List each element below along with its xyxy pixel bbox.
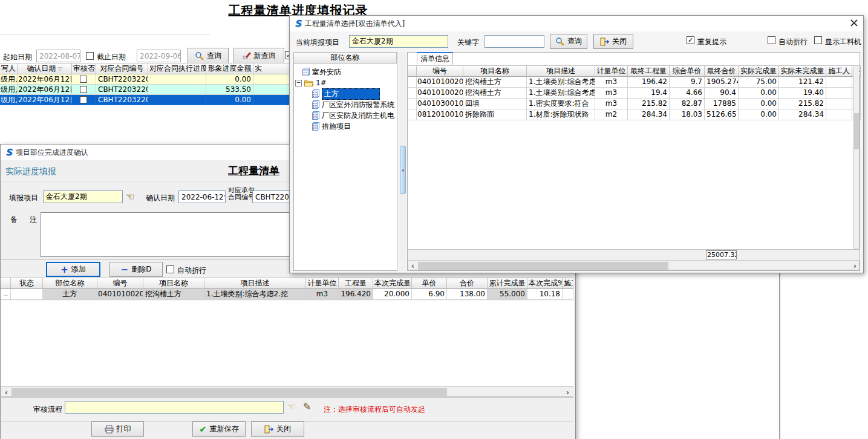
expander-minus-icon[interactable]: − (295, 80, 302, 86)
cell-pct[interactable]: 10.18 (527, 289, 563, 300)
scroll-left-button[interactable]: ‹ (409, 261, 417, 270)
splitter[interactable]: ‹ (399, 52, 406, 271)
list-table-row[interactable]: 081201001002 拆除路面 1.材质:拆除现状路 m2 284.34 1… (408, 109, 860, 120)
cell-total[interactable]: 138.00 (447, 289, 488, 300)
close-icon[interactable]: × (846, 16, 862, 30)
row-indicator[interactable]: … (1, 289, 11, 300)
remark-textarea[interactable] (41, 212, 291, 257)
cell-price: 18.03 (670, 109, 705, 120)
scroll-right-button[interactable]: › (851, 261, 859, 270)
wrap-checkbox[interactable] (166, 265, 174, 273)
end-date-combo[interactable]: 2022-09-06 (137, 50, 181, 62)
col-header-progress[interactable]: 对应合同执行进度 (148, 63, 206, 74)
table-row[interactable]: 级用户 2022年06月12日 CBHT220322002 533.50 (0, 85, 290, 95)
cell-price[interactable]: 6.90 (412, 289, 447, 300)
col-header-amount[interactable]: 形象进度金额 (206, 63, 253, 74)
col-header-done[interactable]: 实际完成量 (739, 65, 779, 77)
col-header-status[interactable]: 状态 (11, 278, 43, 289)
col-header-final-total[interactable]: 最终合价 (705, 65, 739, 77)
col-header-price[interactable]: 单价 (412, 278, 447, 289)
close-button[interactable]: 关闭 (251, 421, 304, 437)
tree-item[interactable]: 措施项目 (312, 121, 351, 132)
list-table-row[interactable]: 040101002003 挖沟槽土方 1.土壤类别:综合考虑 m3 19.4 4… (408, 88, 860, 99)
col-header-name[interactable]: 项目名称 (143, 278, 204, 289)
tree-header: 部位名称 (294, 53, 397, 63)
resave-button[interactable]: ✔ 重新保存 (192, 421, 246, 437)
table-row-selected[interactable]: 级用户 2022年06月12日 CBHT220322002 0.00 (0, 95, 290, 105)
tree-item[interactable]: 厂区室外消防报警系统 (312, 99, 394, 110)
col-header-contract[interactable]: 对应合同编号 (96, 63, 148, 74)
v-scroll-thumb[interactable] (854, 113, 859, 149)
col-header-undone[interactable]: 实际未完成量 (779, 65, 826, 77)
col-header-pct[interactable]: 本次完成% (527, 278, 563, 289)
col-header-total[interactable]: 合价 (447, 278, 488, 289)
col-header-desc[interactable]: 项目描述 (204, 278, 306, 289)
col-header-name[interactable]: 项目名称 (463, 65, 527, 77)
contract-input[interactable]: CBHT220 (252, 190, 293, 203)
col-header-user[interactable]: 写人 (0, 63, 18, 74)
start-date-combo[interactable]: 2022-08-07 (36, 50, 80, 62)
h-scroll-thumb[interactable] (11, 388, 447, 396)
h-scrollbar[interactable]: ‹ › (1, 386, 573, 397)
tree-item-selected[interactable]: 土方 (312, 88, 380, 99)
dialog-close-button[interactable]: 关闭 (593, 34, 633, 49)
progress-table-row[interactable]: … 土方 040101002002 挖沟槽土方 1.土壤类别:综合考虑2.挖 m… (1, 289, 574, 300)
col-header-cur[interactable]: 本次完成量 (373, 278, 412, 289)
audit-checkbox[interactable] (80, 86, 87, 93)
add-button[interactable]: + 添加 (46, 262, 100, 277)
table-row[interactable]: 级用户 2022年06月12日 CBHT220322002 0.00 (0, 74, 290, 85)
delete-button[interactable]: − 删除D (109, 262, 163, 277)
query-button[interactable]: 查询 (188, 48, 229, 63)
col-header-price[interactable]: 综合单价 (670, 65, 705, 77)
dialog-v-scrollbar[interactable] (853, 65, 860, 249)
col-header-actual[interactable]: 实 (253, 63, 290, 74)
col-header-acc[interactable]: 累计完成量 (488, 278, 527, 289)
review-flow-input[interactable] (65, 401, 284, 414)
repeat-hint-checkbox[interactable]: ✓ (687, 36, 694, 44)
col-header-part[interactable]: 部位名称 (43, 278, 97, 289)
print-button[interactable]: 打印 (91, 421, 144, 437)
keyword-input[interactable] (485, 35, 544, 48)
show-material-label: 显示工料机 (825, 37, 861, 47)
dialog-h-scrollbar[interactable]: ‹ › (408, 260, 860, 270)
col-header-audit[interactable]: 审核否 (72, 63, 96, 74)
col-header-date[interactable]: 确认日期 ▽ (18, 63, 72, 74)
list-table-row[interactable]: 040103001003 回填 1.密实度要求:符合 m3 215.82 82.… (408, 99, 860, 109)
col-header-unit[interactable]: 计量单位 (306, 278, 339, 289)
confirm-date-combo[interactable]: 2022-06-12 (178, 190, 226, 203)
select-dialog-titlebar[interactable]: S 工程量清单选择[双击清单代入] (290, 16, 863, 31)
cell-cur[interactable]: 20.000 (373, 289, 412, 300)
hand-picker-icon[interactable]: ☜ (287, 401, 296, 412)
scroll-right-button[interactable]: › (564, 388, 572, 396)
audit-checkbox[interactable] (80, 96, 87, 103)
audit-checkbox[interactable] (80, 76, 87, 83)
tab-list-info[interactable]: 清单信息 (417, 52, 453, 65)
current-project-input[interactable]: 金石大厦2期 (349, 35, 448, 48)
scroll-left-button[interactable]: ‹ (2, 388, 10, 396)
show-material-checkbox[interactable] (814, 36, 822, 44)
splitter-collapse-handle[interactable]: ‹ (400, 146, 406, 194)
col-header-code[interactable]: 编号 (97, 278, 143, 289)
col-header-unit[interactable]: 计量单位 (595, 65, 628, 77)
filter-icon[interactable]: ▽ (58, 66, 62, 72)
pen-icon[interactable]: ✎ (303, 401, 311, 412)
col-header-qty[interactable]: 工程量 (339, 278, 373, 289)
list-table-row[interactable]: 040101002002 挖沟槽土方 1.土壤类别:综合考虑 m3 196.42… (408, 77, 860, 88)
dialog-query-button[interactable]: 查询 (550, 34, 587, 49)
col-header-worker[interactable]: 施工人 (826, 65, 852, 77)
tree-item-label: 1# (316, 79, 327, 87)
end-date-checkbox[interactable] (86, 52, 94, 60)
col-header-final-qty[interactable]: 最终工程量 (628, 65, 670, 77)
new-query-button[interactable]: 新查询 (233, 48, 284, 63)
tree-item[interactable]: 室外安防 (302, 67, 341, 77)
h-scroll-thumb[interactable] (418, 262, 668, 270)
project-input[interactable]: 金石大厦2期 (43, 190, 123, 203)
auto-wrap-checkbox[interactable] (768, 36, 775, 44)
cell-price: 82.87 (670, 99, 705, 109)
hand-picker-icon[interactable]: ☜ (126, 190, 134, 202)
tree-item[interactable]: 厂区安防及消防主机电 (312, 110, 394, 121)
tree-item[interactable]: − 1# (295, 77, 327, 88)
col-header-worker[interactable]: 施工 (563, 278, 573, 289)
col-header-desc[interactable]: 项目描述 (527, 65, 595, 77)
col-header-code[interactable]: 编号 (417, 65, 463, 77)
